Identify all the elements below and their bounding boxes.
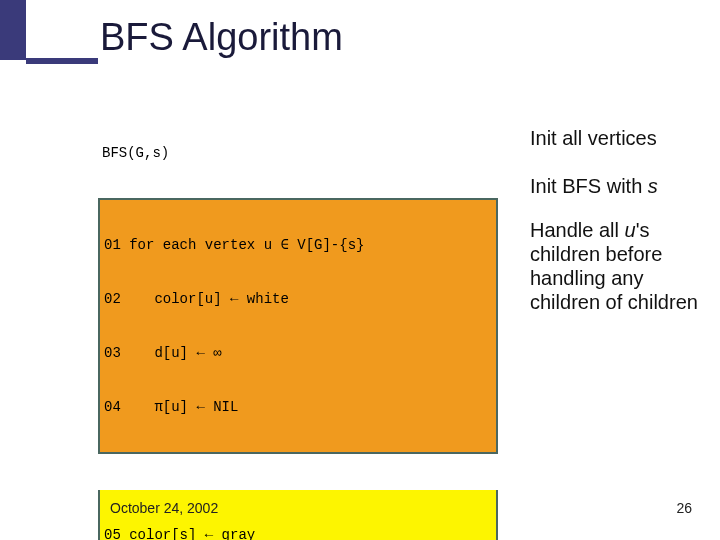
note-text: Init BFS with <box>530 175 648 197</box>
pseudocode: BFS(G,s) 01 for each vertex u ∈ V[G]-{s}… <box>98 108 498 540</box>
annotations: Init all vertices Init BFS with s Handle… <box>530 126 705 314</box>
footer-date: October 24, 2002 <box>110 500 218 516</box>
note-text: Handle all <box>530 219 625 241</box>
code-line: 01 for each vertex u ∈ V[G]-{s} <box>100 236 496 254</box>
slide-accent <box>0 0 26 60</box>
code-line: 03 d[u] ← ∞ <box>100 344 496 362</box>
code-line: 05 color[s] ← gray <box>100 526 496 540</box>
code-line: 02 color[u] ← white <box>100 290 496 308</box>
note-children: Handle all u's children before handling … <box>530 218 705 314</box>
code-block-init-vertices: 01 for each vertex u ∈ V[G]-{s} 02 color… <box>98 198 498 454</box>
footer-page-number: 26 <box>676 500 692 516</box>
code-header: BFS(G,s) <box>98 144 498 162</box>
note-var-s: s <box>648 175 658 197</box>
note-var-u: u <box>625 219 636 241</box>
slide-title: BFS Algorithm <box>100 16 343 59</box>
note-init-bfs: Init BFS with s <box>530 174 705 198</box>
code-line: 04 π[u] ← NIL <box>100 398 496 416</box>
note-init-vertices: Init all vertices <box>530 126 705 150</box>
